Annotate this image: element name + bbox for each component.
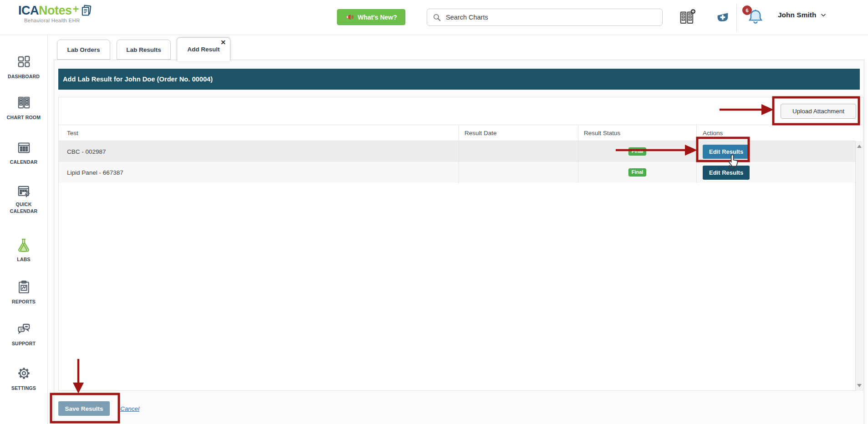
status-badge: Final <box>628 168 647 177</box>
logo-document-icon <box>80 4 92 17</box>
scroll-down-icon[interactable] <box>857 384 862 387</box>
sidebar-item-labs[interactable]: LABS <box>0 237 47 263</box>
tab-lab-results[interactable]: Lab Results <box>117 40 171 60</box>
sidebar-label: DASHBOARD <box>8 73 40 80</box>
whats-new-button[interactable]: What's New? <box>337 9 405 25</box>
panel-title: Add Lab Result for John Doe (Order No. 0… <box>58 69 860 90</box>
new-chart-button[interactable] <box>678 8 696 26</box>
sidebar-label: SUPPORT <box>12 340 36 347</box>
user-menu[interactable]: John Smith <box>778 11 827 19</box>
notifications-button[interactable]: 6 <box>746 6 766 27</box>
eprescribe-button[interactable] <box>715 10 730 25</box>
chart-room-icon <box>0 95 47 111</box>
cancel-link[interactable]: Cancel <box>120 405 139 412</box>
table-row: CBC - 002987 Final Edit Results <box>59 141 855 162</box>
tab-add-result[interactable]: Add Result ✕ <box>177 37 230 61</box>
chevron-down-icon <box>820 12 827 18</box>
sidebar-label: CALENDAR <box>10 159 38 166</box>
search-icon <box>433 13 441 22</box>
sidebar-item-quick-calendar[interactable]: QUICK CALENDAR <box>0 183 47 215</box>
panel-toolbar: Upload Attachment <box>59 97 863 125</box>
cell-actions: Edit Results <box>696 141 855 162</box>
reports-icon <box>0 279 47 295</box>
table-row: Lipid Panel - 667387 Final Edit Results <box>59 162 855 183</box>
add-result-card: Add Lab Result for John Doe (Order No. 0… <box>54 60 864 424</box>
settings-gear-icon <box>0 366 47 381</box>
tab-label: Lab Results <box>126 46 161 53</box>
cell-result-status: Final <box>578 162 696 183</box>
cell-actions: Edit Results <box>696 162 855 183</box>
scroll-up-icon[interactable] <box>857 145 862 148</box>
app-logo[interactable]: ICANotes+ Behavioral Health EHR <box>18 4 92 23</box>
app-header: ICANotes+ Behavioral Health EHR What's N… <box>0 0 868 35</box>
pharmacy-mortar-icon <box>715 10 730 25</box>
logo-text-notes: Notes <box>39 5 72 17</box>
dashboard-icon <box>0 54 47 70</box>
tab-label: Lab Orders <box>67 46 100 53</box>
sidebar-item-calendar[interactable]: CALENDAR <box>0 140 47 166</box>
close-icon[interactable]: ✕ <box>220 39 226 45</box>
column-header-actions: Actions <box>696 125 855 141</box>
logo-text-ica: ICA <box>18 5 39 17</box>
cell-test: Lipid Panel - 667387 <box>59 162 459 183</box>
cell-result-date <box>459 162 578 183</box>
column-header-result-status: Result Status <box>578 125 696 141</box>
cell-result-date <box>459 141 578 162</box>
upload-attachment-button[interactable]: Upload Attachment <box>781 104 856 119</box>
table-header-row: Test Result Date Result Status Actions <box>59 125 855 141</box>
notification-count-badge: 6 <box>742 5 752 15</box>
quick-calendar-icon <box>0 183 47 199</box>
cell-test: CBC - 002987 <box>59 141 459 162</box>
tab-label: Add Result <box>187 46 220 53</box>
sidebar-label: CHART ROOM <box>7 114 41 121</box>
lab-results-panel: Upload Attachment Test Result Date Resul… <box>58 97 863 391</box>
whats-new-label: What's New? <box>357 14 397 21</box>
column-header-result-date: Result Date <box>459 125 578 141</box>
user-name: John Smith <box>778 11 816 19</box>
calendar-icon <box>0 140 47 155</box>
logo-plus: + <box>73 4 79 15</box>
cell-result-status: Final <box>578 141 696 162</box>
tab-lab-orders[interactable]: Lab Orders <box>57 40 110 60</box>
search-charts-input[interactable] <box>446 14 657 21</box>
sidebar-label: LABS <box>17 256 30 263</box>
sidebar-label: QUICK CALENDAR <box>3 201 45 215</box>
sidebar-label: SETTINGS <box>11 385 36 392</box>
edit-results-button[interactable]: Edit Results <box>703 145 750 159</box>
search-charts-field <box>427 9 663 26</box>
sidebar-item-settings[interactable]: SETTINGS <box>0 366 47 392</box>
status-badge: Final <box>628 147 647 156</box>
main-content: Lab Orders Lab Results Add Result ✕ Add … <box>48 35 868 424</box>
logo-subtitle: Behavioral Health EHR <box>18 18 92 23</box>
header-divider <box>736 3 737 31</box>
edit-results-button[interactable]: Edit Results <box>703 166 750 180</box>
icanotes-app: ICANotes+ Behavioral Health EHR What's N… <box>0 0 868 424</box>
sidebar: DASHBOARD CHART ROOM <box>0 35 48 424</box>
table-scrollbar[interactable] <box>855 141 863 391</box>
sidebar-item-chart-room[interactable]: CHART ROOM <box>0 95 47 121</box>
sidebar-item-dashboard[interactable]: DASHBOARD <box>0 54 47 80</box>
support-chat-icon <box>0 321 47 337</box>
column-header-test: Test <box>59 125 459 141</box>
labs-flask-icon <box>0 237 47 252</box>
chart-cabinet-add-icon <box>678 8 696 26</box>
sidebar-item-support[interactable]: SUPPORT <box>0 321 47 347</box>
megaphone-icon <box>345 13 354 21</box>
form-actions: Save Results Cancel <box>58 401 139 416</box>
sidebar-label: REPORTS <box>12 298 36 305</box>
sidebar-item-reports[interactable]: REPORTS <box>0 279 47 305</box>
save-results-button[interactable]: Save Results <box>58 401 110 416</box>
